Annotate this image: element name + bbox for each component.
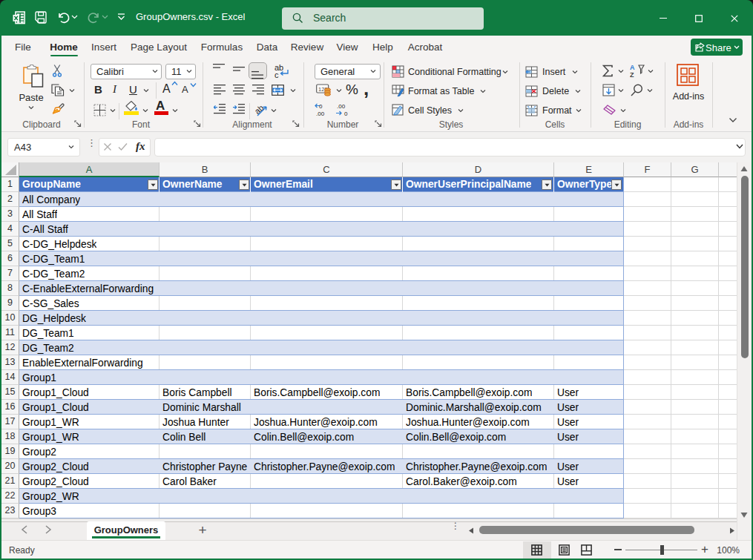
svg-text:Z: Z: [630, 71, 634, 79]
svg-text:0: 0: [319, 103, 323, 110]
svg-text:0: 0: [344, 111, 348, 117]
svg-text:.00: .00: [337, 103, 346, 110]
svg-text:c: c: [274, 70, 279, 79]
svg-text:A: A: [630, 64, 635, 71]
svg-text:.00: .00: [316, 111, 325, 117]
